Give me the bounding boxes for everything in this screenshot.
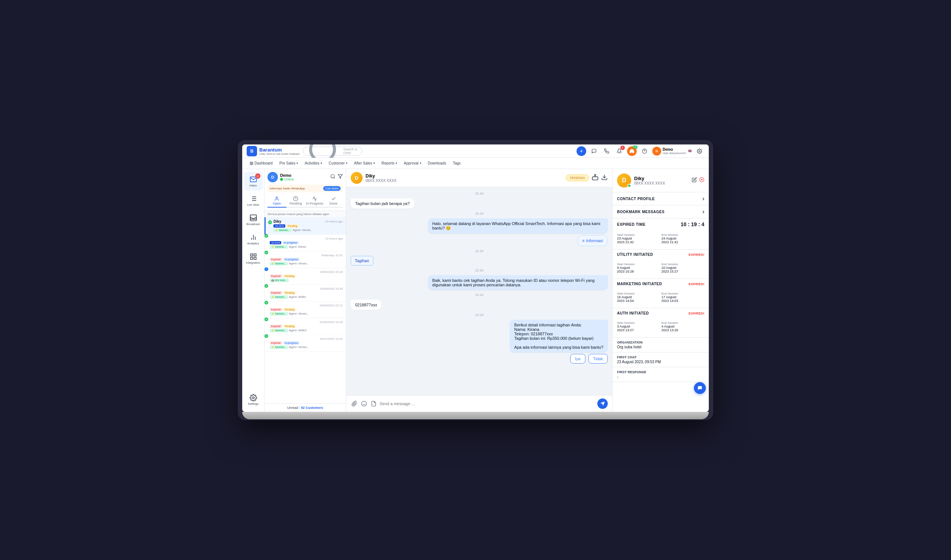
chat-icon-btn[interactable] (589, 146, 599, 156)
svg-point-3 (699, 151, 700, 152)
chat-item[interactable]: W 01/08/2023 14:49 Expired! Pending (265, 318, 346, 335)
marketing-section: MARKETING INITIATED EXPIRED! Start Sessi… (612, 279, 709, 308)
marketing-start-date: 2023 14:04 (617, 299, 660, 303)
msg-time-label: 13.16 (351, 249, 608, 253)
start-value: 23 August (617, 237, 660, 240)
chat-time: 04/08/2023 02:11 (320, 304, 343, 307)
attachment-icon[interactable] (351, 400, 358, 408)
chat-tag-row: ⚡ barantu... Agent :Versio... (273, 228, 343, 232)
chevron-right-icon-2: › (702, 208, 704, 215)
filter-icon[interactable] (338, 174, 343, 180)
first-chat-value: 23 August 2023, 09:53 PM (617, 360, 704, 364)
chat-item[interactable]: W 13 Hours ago 10:14:6 In-progress (265, 235, 346, 251)
session-row: Start Session 23 August 2023 21:42 End S… (617, 233, 704, 244)
svg-point-23 (331, 175, 334, 178)
svg-rect-20 (250, 257, 252, 259)
tag-badge: ⚡ barantu... (270, 295, 288, 299)
search-bar[interactable]: Search in CRM (303, 147, 362, 155)
nav-aftersales[interactable]: After Sales ▾ (351, 158, 378, 169)
settings-btn[interactable] (695, 146, 704, 156)
msg-info-bubble: ≡ Informasi (577, 235, 608, 246)
logo-text: Barantum (259, 147, 300, 152)
bookmark-header[interactable]: BOOKMARK MESSAGES › (612, 205, 709, 218)
first-chat-label: FIRST CHAT (617, 355, 704, 359)
chat-item[interactable]: W 15/08/2023 13:35 Expired! Pending (265, 285, 346, 302)
nav-reports[interactable]: Reports ▾ (379, 158, 400, 169)
choice-tidak[interactable]: Tidak (588, 354, 608, 363)
marketing-start-label: Start Session (617, 292, 660, 295)
sidebar-item-broadcast[interactable]: Broadcast (244, 211, 263, 229)
bot-icon[interactable] (591, 174, 599, 182)
sidebar-item-listview[interactable]: List View (244, 191, 263, 210)
edit-icon[interactable] (692, 177, 697, 184)
utility-body: Start Session 9 August 2023 15:28 End Se… (612, 260, 709, 278)
marketing-end-val: 17 August (662, 295, 705, 299)
chat-status-row: Expired! In-progress (270, 341, 343, 345)
add-button[interactable] (577, 146, 586, 156)
nav-dashboard[interactable]: Dashboard (247, 158, 275, 169)
first-response-body: FIRST RESPONSE - (612, 367, 709, 382)
notification-btn[interactable]: 5 (614, 146, 624, 156)
choice-iya[interactable]: Iya (570, 354, 585, 363)
svg-rect-27 (592, 177, 598, 180)
user-sub: Halo Barantum43 (663, 152, 686, 155)
svg-point-25 (276, 197, 278, 198)
sidebar-item-integration[interactable]: Integration (244, 249, 263, 268)
phone-icon-btn[interactable] (602, 146, 611, 156)
nav-customer-caret: ▾ (346, 162, 347, 165)
start-label: Start Session (617, 233, 660, 237)
chat-item[interactable]: W 31/07/2023 13:32 Expired! In-progress (265, 335, 346, 352)
chat-name-row: 01/08/2023 14:49 (270, 320, 343, 324)
nav-approval[interactable]: Approval ▾ (401, 158, 424, 169)
msg-bubble: Baik, kami bantu cek tagihan Anda ya. To… (428, 275, 608, 290)
nav-presales[interactable]: Pre Sales ▾ (276, 158, 301, 169)
contact-profile-title: CONTACT PROFILE (617, 197, 655, 201)
chat-item[interactable]: f 19/09/2023 20:45 Expired! Pending (265, 268, 346, 285)
nav-tags[interactable]: Tags (450, 158, 463, 169)
send-button[interactable] (597, 398, 608, 409)
chat-item[interactable]: D W Diky 13 Hours ago 10:19:9 Pending (265, 217, 346, 235)
contact-profile-header[interactable]: CONTACT PROFILE › (612, 192, 709, 205)
chat-info: 04/08/2023 02:11 Expired! Pending ⚡ bara… (270, 304, 343, 315)
help-btn[interactable] (640, 146, 649, 156)
tab-done[interactable]: Done (324, 195, 343, 207)
chat-item[interactable]: W 04/08/2023 02:11 Expired! Pending (265, 302, 346, 318)
sidebar-item-settings[interactable]: Settings (244, 390, 263, 409)
search-icon[interactable] (330, 174, 335, 180)
end-label: End Session (662, 233, 705, 237)
chat-tag-row: ⚡ barantu... Agent :Versio... (270, 262, 343, 266)
emoji-icon[interactable] (360, 400, 368, 408)
msg-time-label: 13.16 (351, 293, 608, 297)
cek-button[interactable]: Cek disini (323, 186, 341, 191)
marketing-start: Start Session 16 August 2023 14:04 (617, 292, 660, 303)
tab-open[interactable]: Open (268, 195, 286, 208)
tag-badge: ⚡ barantu... (270, 345, 288, 349)
nav-customer[interactable]: Customer ▾ (326, 158, 350, 169)
download-icon[interactable] (601, 174, 608, 182)
contact-phone: 08XX XXXX XXXX (634, 181, 665, 185)
note-icon[interactable] (370, 400, 377, 408)
chat-input[interactable] (380, 402, 595, 406)
nav-downloads[interactable]: Downloads (425, 158, 449, 169)
user-area[interactable]: D Demo Halo Barantum43 🇬🇧 (652, 147, 692, 155)
chat-name-row: Yesterday, 22:31 (270, 254, 343, 257)
nav-activities[interactable]: Activities ▾ (302, 158, 325, 169)
sidebar-item-inbox[interactable]: 10 Inbox (244, 172, 263, 191)
status-badge: Pending (283, 308, 296, 311)
msg-received: 0218877xxx (351, 300, 531, 310)
msg-received: Tagihan (351, 256, 531, 266)
close-icon[interactable] (699, 177, 704, 184)
utility-section: UTILITY INITIATED EXPIRED! Start Session… (612, 249, 709, 279)
tab-inprogress[interactable]: In-Progress (305, 195, 324, 207)
contact-name: Diky (634, 175, 665, 181)
chat-item[interactable]: W Yesterday, 22:31 Expired! In-progress (265, 251, 346, 268)
nav-aftersales-label: After Sales (354, 161, 372, 165)
sidebar-item-analytics[interactable]: Analytics (244, 230, 263, 248)
auth-status: EXPIRED! (688, 312, 704, 315)
headset-btn[interactable]: Off (627, 146, 637, 156)
svg-rect-6 (250, 163, 251, 165)
msg-sent: Baik, kami bantu cek tagihan Anda ya. To… (428, 275, 608, 290)
chat-input-area (346, 395, 612, 412)
floating-chat-btn[interactable] (694, 382, 706, 394)
tab-pending[interactable]: Pending (286, 195, 305, 207)
